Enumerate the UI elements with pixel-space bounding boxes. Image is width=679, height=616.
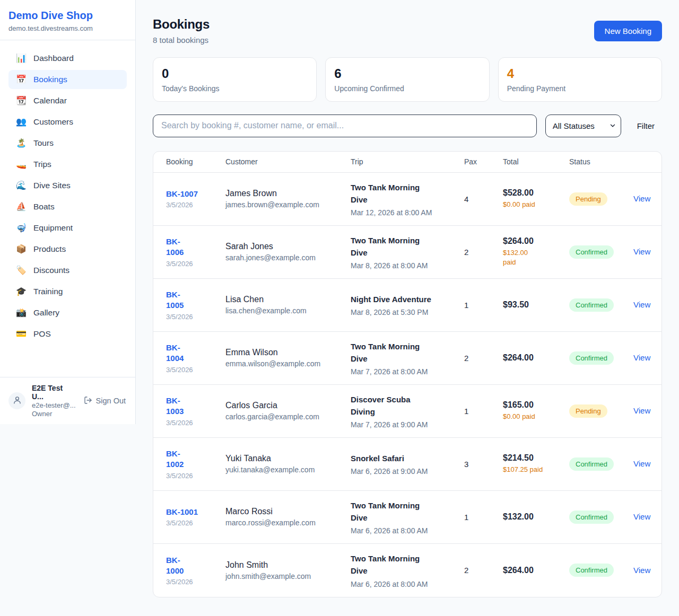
trip-datetime: Mar 12, 2026 at 8:00 AM (351, 208, 464, 217)
bookings-table: BookingCustomerTripPaxTotalStatus BK-100… (153, 151, 662, 597)
booking-number-link[interactable]: BK-1001 (166, 507, 225, 517)
customer-email: sarah.jones@example.com (225, 253, 351, 262)
booking-date: 3/5/2026 (166, 519, 225, 527)
booking-date: 3/5/2026 (166, 366, 225, 374)
status-badge: Pending (569, 192, 607, 206)
filter-button[interactable]: Filter (630, 121, 662, 130)
pax-value: 1 (464, 407, 503, 416)
trip-datetime: Mar 6, 2026 at 8:00 AM (351, 526, 464, 535)
sidebar-item-label: Customers (33, 117, 73, 127)
actions-cell: View (633, 300, 653, 310)
sidebar-item-customers[interactable]: 👥Customers (8, 112, 127, 131)
customers-icon: 👥 (16, 118, 27, 126)
customer-name: James Brown (225, 189, 351, 198)
sidebar-item-pos[interactable]: 💳POS (8, 324, 127, 344)
sidebar-item-discounts[interactable]: 🏷️Discounts (8, 261, 127, 280)
sidebar-item-gallery[interactable]: 📸Gallery (8, 303, 127, 322)
trip-name: Two Tank Morning Dive (351, 181, 464, 206)
equipment-icon: 🤿 (16, 224, 27, 232)
total-amount: $264.00 (503, 566, 569, 575)
boats-icon: ⛵ (16, 203, 27, 211)
sidebar-item-trips[interactable]: 🚤Trips (8, 155, 127, 174)
search-input[interactable] (153, 115, 537, 137)
main-content: Bookings 8 total bookings New Booking 0T… (136, 0, 679, 614)
sidebar-item-label: Bookings (33, 75, 67, 84)
sidebar-item-dashboard[interactable]: 📊Dashboard (8, 49, 127, 68)
booking-number-link[interactable]: BK- 1005 (166, 289, 225, 311)
filter-toolbar: All Statuses Filter (153, 115, 662, 137)
booking-number-link[interactable]: BK-1007 (166, 189, 225, 199)
sidebar-item-label: Calendar (33, 96, 67, 105)
view-booking-link[interactable]: View (633, 300, 650, 309)
stat-card-3: 4Pending Payment (498, 57, 662, 102)
page-header: Bookings 8 total bookings New Booking (153, 17, 662, 45)
pos-icon: 💳 (16, 330, 27, 338)
user-info: E2E Test U... e2e-tester@... Owner (32, 384, 76, 418)
paid-amount: $132.00 paid (503, 248, 569, 267)
trip-name: Two Tank Morning Dive (351, 234, 464, 259)
booking-cell: BK- 10033/5/2026 (166, 395, 225, 427)
total-cell: $93.50 (503, 300, 569, 310)
shop-domain: demo.test.divestreams.com (8, 24, 127, 32)
sidebar-item-label: Products (33, 244, 66, 254)
actions-cell: View (633, 247, 653, 257)
booking-number-link[interactable]: BK- 1002 (166, 448, 225, 470)
status-cell: Confirmed (569, 298, 633, 312)
total-cell: $264.00 (503, 353, 569, 363)
log-out-icon (84, 396, 92, 406)
booking-number-link[interactable]: BK- 1000 (166, 555, 225, 577)
trip-cell: Two Tank Morning DiveMar 12, 2026 at 8:0… (351, 181, 464, 217)
view-booking-link[interactable]: View (633, 459, 650, 468)
paid-amount: $107.25 paid (503, 465, 569, 474)
booking-number-link[interactable]: BK- 1003 (166, 395, 225, 417)
customer-name: Lisa Chen (225, 295, 351, 304)
trip-name: Two Tank Morning Dive (351, 552, 464, 577)
sidebar-item-equipment[interactable]: 🤿Equipment (8, 218, 127, 237)
view-booking-link[interactable]: View (633, 566, 650, 575)
sidebar-item-label: Trips (33, 160, 51, 169)
table-row: BK- 10043/5/2026Emma Wilsonemma.wilson@e… (153, 332, 661, 385)
view-booking-link[interactable]: View (633, 512, 650, 521)
actions-cell: View (633, 566, 653, 575)
sidebar-item-boats[interactable]: ⛵Boats (8, 197, 127, 216)
status-cell: Pending (569, 404, 633, 418)
trip-cell: Two Tank Morning DiveMar 8, 2026 at 8:00… (351, 234, 464, 270)
status-badge: Confirmed (569, 511, 614, 524)
sign-out-button[interactable]: Sign Out (83, 396, 127, 406)
status-badge: Confirmed (569, 457, 614, 471)
status-cell: Confirmed (569, 351, 633, 365)
total-amount: $132.00 (503, 512, 569, 522)
sidebar-item-bookings[interactable]: 📅Bookings (8, 70, 127, 89)
booking-date: 3/5/2026 (166, 260, 225, 268)
sidebar-item-tours[interactable]: 🏝️Tours (8, 134, 127, 153)
trip-name: Night Dive Adventure (351, 293, 464, 305)
trip-cell: Night Dive AdventureMar 8, 2026 at 5:30 … (351, 293, 464, 316)
booking-number-link[interactable]: BK- 1004 (166, 342, 225, 364)
actions-cell: View (633, 353, 653, 363)
view-booking-link[interactable]: View (633, 406, 650, 415)
pax-value: 3 (464, 460, 503, 469)
trip-name: Discover Scuba Diving (351, 393, 464, 418)
booking-cell: BK- 10023/5/2026 (166, 448, 225, 480)
total-amount: $264.00 (503, 353, 569, 363)
booking-cell: BK- 10053/5/2026 (166, 289, 225, 321)
trip-cell: Snorkel SafariMar 6, 2026 at 9:00 AM (351, 452, 464, 476)
booking-number-link[interactable]: BK- 1006 (166, 236, 225, 258)
tours-icon: 🏝️ (16, 139, 27, 147)
stat-label: Today's Bookings (162, 84, 308, 93)
status-filter-select[interactable]: All Statuses (545, 115, 621, 137)
sidebar-item-calendar[interactable]: 📆Calendar (8, 91, 127, 110)
customer-name: Carlos Garcia (225, 401, 351, 410)
avatar (8, 392, 25, 409)
view-booking-link[interactable]: View (633, 353, 650, 362)
view-booking-link[interactable]: View (633, 194, 650, 203)
view-booking-link[interactable]: View (633, 247, 650, 256)
total-amount: $165.00 (503, 400, 569, 410)
booking-date: 3/5/2026 (166, 578, 225, 586)
new-booking-button[interactable]: New Booking (594, 21, 662, 41)
sidebar-item-products[interactable]: 📦Products (8, 240, 127, 259)
sidebar-item-dive-sites[interactable]: 🌊Dive Sites (8, 176, 127, 195)
total-cell: $165.00$0.00 paid (503, 400, 569, 421)
paid-amount: $0.00 paid (503, 200, 569, 209)
sidebar-item-training[interactable]: 🎓Training (8, 282, 127, 301)
